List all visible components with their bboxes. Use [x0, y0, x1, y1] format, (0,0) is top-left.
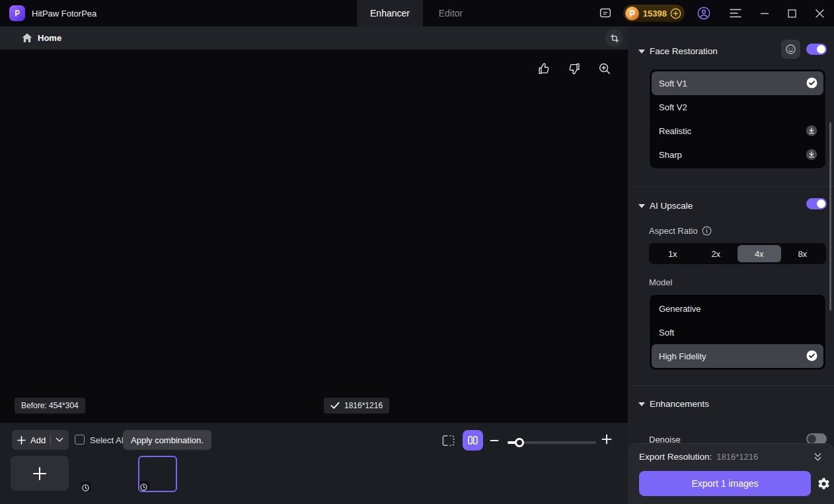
thumbs-up-icon[interactable]	[535, 60, 552, 77]
account-avatar-icon[interactable]	[697, 6, 711, 20]
select-all-checkbox[interactable]	[75, 435, 85, 445]
scale-1x[interactable]: 1x	[651, 245, 695, 262]
face-restoration-title: Face Restoration	[650, 46, 718, 56]
crop-icon	[610, 34, 619, 43]
thumbnail-fish[interactable]	[81, 456, 122, 491]
side-by-side-view-button[interactable]	[463, 430, 483, 450]
option-soft-v2[interactable]: Soft V2	[652, 95, 823, 119]
aspect-ratio-label: Aspect Ratio	[649, 226, 698, 236]
zoom-in-icon[interactable]	[596, 60, 613, 77]
pending-status-badge	[138, 481, 149, 492]
thumbs-down-icon[interactable]	[566, 60, 583, 77]
select-all-label[interactable]: Select All	[90, 435, 125, 445]
titlebar-right: 15398	[598, 0, 825, 26]
scale-8x[interactable]: 8x	[781, 245, 825, 262]
section-ai-upscale[interactable]: AI Upscale	[628, 199, 834, 213]
zoom-out-minus-icon[interactable]	[490, 436, 499, 445]
before-size-badge: Before: 454*304	[15, 398, 85, 414]
coin-icon	[625, 6, 640, 21]
selected-check-icon	[806, 77, 817, 89]
add-credits-icon[interactable]	[670, 8, 681, 19]
app-title: HitPaw FotorPea	[32, 9, 96, 18]
zoom-slider-knob[interactable]	[515, 438, 524, 447]
tab-editor[interactable]: Editor	[423, 0, 478, 26]
main-tabs: Enhancer Editor	[357, 0, 478, 26]
add-button[interactable]: Add	[12, 430, 69, 450]
option-realistic[interactable]: Realistic	[652, 119, 823, 143]
settings-panel: Face Restoration Soft V1	[628, 26, 834, 504]
image-viewer: Before: 454*304 1816*1216	[0, 50, 628, 423]
option-label: Sharp	[659, 150, 682, 160]
bottom-toolbar: Add Select All Apply combination.	[0, 423, 628, 504]
maximize-icon[interactable]	[788, 9, 796, 18]
option-sharp[interactable]: Sharp	[652, 143, 823, 166]
model-options: Generative Soft High Fidelity	[649, 294, 826, 371]
collapse-triangle-icon[interactable]	[638, 50, 645, 54]
side-by-side-icon	[467, 434, 479, 447]
titlebar: HitPaw FotorPea Enhancer Editor	[0, 0, 834, 26]
check-icon	[330, 402, 340, 410]
before-size-label: Before: 454*304	[21, 401, 79, 410]
section-divider	[628, 385, 834, 386]
aspect-ratio-label-row: Aspect Ratio	[649, 226, 712, 236]
denoise-label: Denoise	[649, 435, 681, 445]
section-enhancements[interactable]: Enhancements	[628, 398, 834, 411]
home-label: Home	[38, 33, 61, 43]
thumbnail-portrait-selected[interactable]	[138, 456, 177, 492]
smiley-icon	[785, 44, 796, 55]
zoom-slider[interactable]	[508, 441, 596, 444]
download-icon[interactable]	[806, 125, 817, 137]
export-panel: Export Resolution: 1816*1216 Export 1 im…	[628, 444, 834, 504]
chevron-down-icon[interactable]	[56, 437, 63, 443]
export-settings-gear-icon[interactable]	[817, 477, 831, 491]
apply-combination-button[interactable]: Apply combination.	[123, 430, 211, 450]
scale-4x[interactable]: 4x	[738, 245, 781, 262]
ai-upscale-title: AI Upscale	[650, 201, 693, 211]
feedback-chat-icon[interactable]	[598, 6, 613, 20]
export-button-label: Export 1 images	[691, 478, 758, 489]
download-icon[interactable]	[806, 149, 817, 161]
tab-enhancer[interactable]: Enhancer	[357, 0, 423, 26]
brand: HitPaw FotorPea	[9, 0, 96, 26]
info-icon[interactable]	[702, 226, 712, 236]
zoom-in-plus-icon[interactable]	[601, 434, 612, 445]
credits-badge[interactable]: 15398	[623, 5, 685, 22]
export-resolution-label: Export Resolution:	[639, 452, 712, 462]
before-image[interactable]	[0, 92, 314, 396]
credits-count: 15398	[643, 9, 667, 18]
option-label: High Fidelity	[659, 351, 706, 361]
option-soft-v1[interactable]: Soft V1	[652, 71, 823, 95]
home-icon	[22, 33, 32, 43]
split-view-icon[interactable]	[441, 434, 455, 447]
collapse-triangle-icon[interactable]	[638, 204, 645, 208]
add-separator	[50, 435, 51, 445]
model-high-fidelity[interactable]: High Fidelity	[652, 344, 823, 368]
scale-2x[interactable]: 2x	[695, 245, 738, 262]
option-label: Realistic	[659, 126, 691, 136]
model-label: Model	[649, 277, 672, 287]
nav-home[interactable]: Home	[22, 26, 61, 50]
ai-upscale-toggle[interactable]	[806, 198, 827, 209]
face-restoration-toggle[interactable]	[806, 44, 827, 55]
face-restoration-options: Soft V1 Soft V2 Realistic Sharp	[649, 69, 826, 169]
add-image-tile[interactable]	[11, 456, 69, 491]
after-size-badge: 1816*1216	[324, 398, 389, 414]
close-icon[interactable]	[815, 9, 825, 18]
add-label: Add	[30, 435, 46, 445]
face-mode-button[interactable]	[781, 40, 800, 59]
model-generative[interactable]: Generative	[652, 297, 823, 320]
menu-icon[interactable]	[730, 9, 741, 18]
section-face-restoration[interactable]: Face Restoration	[628, 45, 834, 58]
pending-status-badge	[81, 482, 91, 491]
section-divider	[628, 186, 834, 187]
crop-button[interactable]	[605, 29, 623, 47]
export-button[interactable]: Export 1 images	[639, 471, 811, 496]
panel-scrollbar[interactable]	[829, 122, 831, 310]
after-image[interactable]	[316, 92, 628, 396]
denoise-toggle[interactable]	[806, 433, 827, 445]
double-chevron-down-icon[interactable]	[812, 452, 823, 462]
rating-row	[535, 60, 613, 77]
model-soft[interactable]: Soft	[652, 320, 823, 344]
minimize-icon[interactable]	[760, 9, 769, 18]
collapse-triangle-icon[interactable]	[638, 402, 645, 406]
